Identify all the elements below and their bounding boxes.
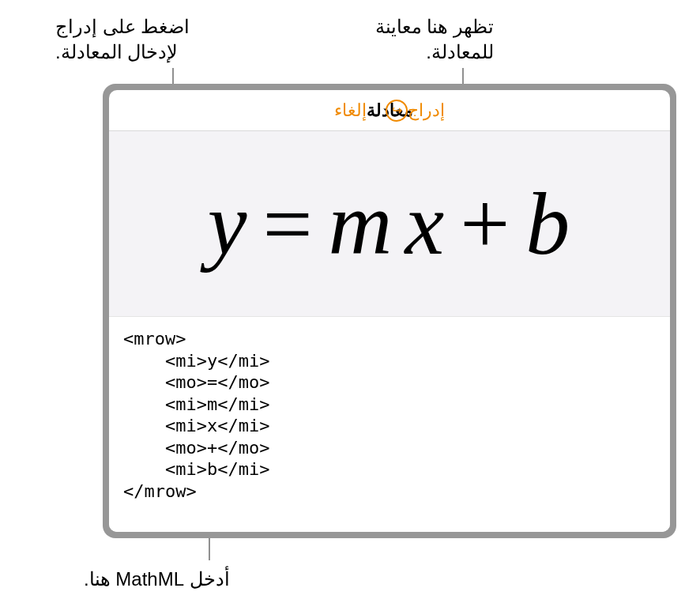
equation-rendered: y=mx+b bbox=[208, 173, 572, 275]
callout-preview-label: تظهر هنا معاينة للمعادلة. bbox=[296, 14, 494, 66]
mathml-input[interactable]: <mrow> <mi>y</mi> <mo>=</mo> <mi>m</mi> … bbox=[109, 317, 670, 532]
equation-preview: y=mx+b bbox=[109, 131, 670, 317]
header-right-group: ↪ إلغاء bbox=[334, 100, 408, 122]
equation-panel-frame: إدراج معادلة ↪ إلغاء y=mx+b <mrow> <mi>y… bbox=[103, 84, 676, 538]
eq-op-plus: + bbox=[446, 175, 525, 273]
callout-enter-label: أدخل MathML هنا. bbox=[84, 567, 289, 592]
eq-var-x: x bbox=[405, 175, 446, 273]
eq-var-y: y bbox=[208, 175, 249, 273]
panel-header: إدراج معادلة ↪ إلغاء bbox=[109, 90, 670, 131]
equation-panel: إدراج معادلة ↪ إلغاء y=mx+b <mrow> <mi>y… bbox=[109, 90, 670, 532]
insert-button[interactable]: إدراج bbox=[408, 100, 445, 121]
undo-icon[interactable]: ↪ bbox=[386, 100, 408, 122]
eq-var-m: m bbox=[329, 175, 394, 273]
eq-op-equals: = bbox=[248, 175, 328, 273]
callout-insert-label: اضغط على إدراج لإدخال المعادلة. bbox=[55, 14, 237, 66]
eq-var-b: b bbox=[525, 175, 571, 273]
cancel-button[interactable]: إلغاء bbox=[334, 100, 367, 121]
